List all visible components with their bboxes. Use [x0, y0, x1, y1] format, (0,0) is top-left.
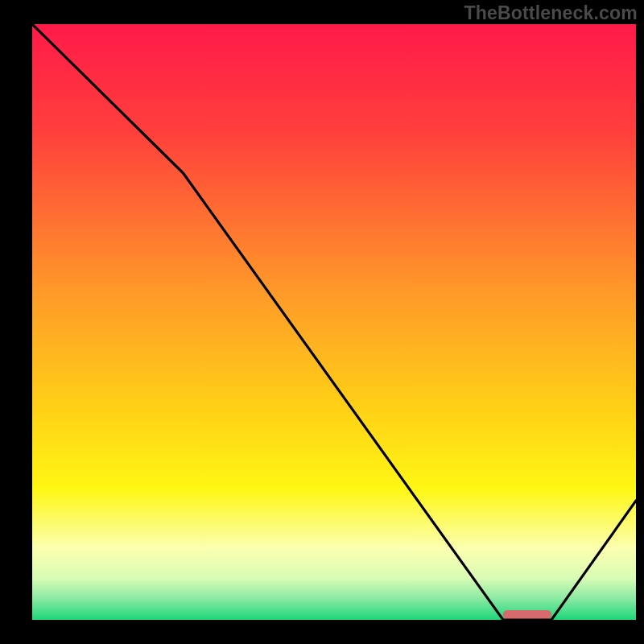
plot-area	[32, 24, 636, 620]
chart-frame: TheBottleneck.com	[0, 0, 644, 644]
watermark-text: TheBottleneck.com	[464, 2, 638, 24]
bottleneck-chart	[0, 0, 644, 644]
optimal-marker	[503, 610, 551, 619]
